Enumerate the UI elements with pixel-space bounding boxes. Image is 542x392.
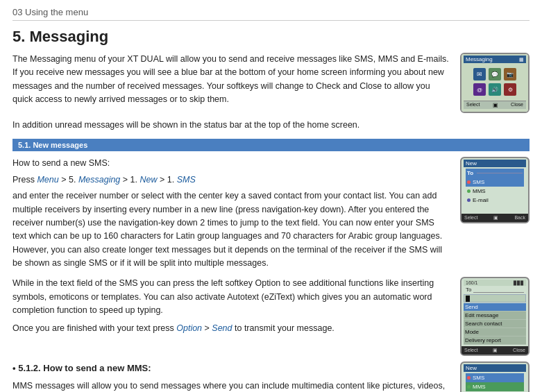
- mms-col: • 5.1.2. How to send a new MMS: MMS mess…: [12, 361, 450, 392]
- phone-new-row-email: E-mail: [466, 196, 524, 205]
- phone3-screen: New SMS MMS E-mail: [461, 363, 528, 392]
- sms-how-to-title: How to send a new SMS:: [12, 157, 450, 170]
- phone2-screen: 160/1 ▉▉▉ To Send Edit message Search co…: [461, 278, 528, 346]
- phone1-title: Messaging ▦: [464, 56, 526, 63]
- sms-link: SMS: [177, 175, 196, 185]
- phone3-title: New: [464, 364, 526, 372]
- msg-icon-3: 📷: [504, 68, 516, 80]
- intro-paragraph2: In addition unread messages will be show…: [12, 119, 530, 132]
- sms-how-to-steps: Press Menu > 5. Messaging > 1. New > 1. …: [12, 173, 450, 187]
- messaging-link: Messaging: [78, 175, 120, 185]
- phone2-image: 160/1 ▉▉▉ To Send Edit message Search co…: [460, 277, 530, 356]
- menu-link: Menu: [37, 175, 58, 185]
- phone3-sms-dot: [467, 376, 471, 380]
- phone3-row-mms: MMS: [466, 382, 524, 391]
- phone3-mockup: New SMS MMS E-mail: [460, 361, 530, 392]
- phone-new-sms-mockup: New To SMS MM: [460, 157, 530, 223]
- phone3-row-sms: SMS: [466, 373, 524, 382]
- phone-new-title: New: [464, 160, 526, 167]
- page-header: 03 Using the menu: [12, 7, 530, 21]
- phone-new-softkeys: Select ▣ Back: [461, 214, 528, 222]
- msg-icon-2: 💬: [489, 68, 501, 80]
- phone2-row-mode: Mode: [464, 328, 526, 336]
- section-51-box: 5.1. New messages: [12, 139, 530, 151]
- email-dot: [467, 198, 471, 202]
- phone2-row-search: Search contact: [464, 320, 526, 328]
- phone1-mockup: Messaging ▦ ✉ 💬: [460, 53, 530, 113]
- option-text-col: While in the text field of the SMS you c…: [12, 277, 450, 335]
- phone-new-sms-to-row: To: [466, 169, 524, 178]
- phone3-mms-dot: [467, 385, 471, 389]
- mms-title: • 5.1.2. How to send a new MMS:: [12, 361, 450, 375]
- cursor-icon: [466, 296, 470, 302]
- send-link: Send: [212, 323, 232, 333]
- mms-dot: [467, 189, 471, 193]
- phone2-row-delivery: Delivery report: [464, 336, 526, 345]
- phone-new-sms-screen: New To SMS MM: [461, 158, 528, 214]
- sms-instructions-col: How to send a new SMS: Press Menu > 5. M…: [12, 157, 450, 270]
- phone2-row-edit: Edit message: [464, 312, 526, 320]
- phone1-image: Messaging ▦ ✉ 💬: [460, 53, 530, 113]
- mms-paragraph1: MMS messages will allow you to send mess…: [12, 380, 450, 392]
- phone-new-row-sms: SMS: [466, 178, 524, 187]
- sms-dot: [467, 180, 471, 184]
- phone-new-row-mms: MMS: [466, 187, 524, 196]
- phone-new-sms-image: New To SMS MM: [460, 157, 530, 223]
- section-title: 5. Messaging: [12, 28, 530, 46]
- phone1-softkeys: Select ▣ Close: [464, 101, 526, 109]
- msg-icon-1: ✉: [473, 68, 486, 80]
- sms-body-text: and enter the receiver number or select …: [12, 189, 450, 270]
- phone3-image: New SMS MMS E-mail: [460, 361, 530, 392]
- phone2-row-send: Send: [464, 303, 526, 312]
- msg-icon-5: 🔊: [489, 83, 501, 96]
- phone2-mockup: 160/1 ▉▉▉ To Send Edit message Search co…: [460, 277, 530, 356]
- intro-paragraph1: The Messaging menu of your XT DUAL will …: [12, 53, 450, 107]
- option-link: Option: [176, 323, 202, 333]
- intro-text-col: The Messaging menu of your XT DUAL will …: [12, 53, 450, 113]
- phone2-status: 160/1 ▉▉▉: [464, 280, 526, 286]
- phone1-screen: Messaging ▦ ✉ 💬: [461, 54, 528, 112]
- msg-icon-4: @: [473, 83, 486, 96]
- phone2-text-area: [464, 294, 526, 302]
- option-paragraph2: Once you are finished with your text pre…: [12, 322, 450, 335]
- phone2-to-row: To: [464, 286, 526, 293]
- new-link: New: [139, 175, 157, 185]
- option-paragraph1: While in the text field of the SMS you c…: [12, 277, 450, 317]
- msg-icon-6: ⚙: [504, 83, 516, 96]
- phone2-options-list: Send Edit message Search contact Mode De…: [464, 303, 526, 345]
- phone2-softkeys: Select ▣ Close: [461, 346, 528, 355]
